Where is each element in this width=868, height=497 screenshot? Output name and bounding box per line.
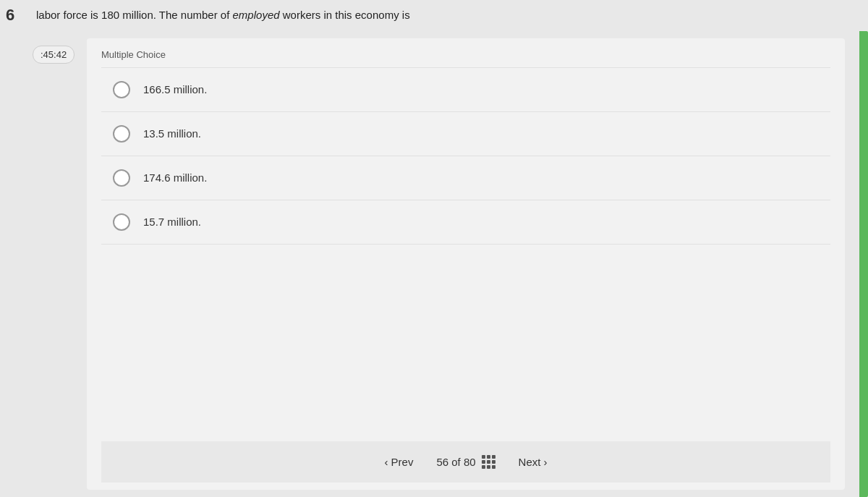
choice-a[interactable]: 166.5 million. bbox=[101, 67, 830, 112]
bottom-navigation: ‹ Prev 56 of 80 bbox=[101, 441, 830, 483]
timer-badge: :45:42 bbox=[33, 46, 75, 64]
grid-icon[interactable] bbox=[482, 455, 495, 469]
radio-c[interactable] bbox=[113, 169, 130, 187]
timer-display: :45:42 bbox=[41, 49, 67, 60]
radio-a[interactable] bbox=[113, 81, 130, 98]
choice-d[interactable]: 15.7 million. bbox=[101, 200, 830, 245]
question-type-label: Multiple Choice bbox=[101, 49, 830, 60]
choices-container: 166.5 million. 13.5 million. 174.6 milli… bbox=[101, 67, 830, 442]
page-display: 56 of 80 bbox=[436, 456, 475, 468]
question-number: 6 bbox=[0, 0, 29, 497]
radio-d[interactable] bbox=[113, 213, 130, 231]
next-button[interactable]: Next › bbox=[510, 451, 556, 472]
choice-c-text: 174.6 million. bbox=[143, 171, 207, 184]
progress-bar bbox=[859, 31, 868, 498]
choice-b-text: 13.5 million. bbox=[143, 127, 201, 140]
prev-label: Prev bbox=[391, 456, 414, 468]
page-info: 56 of 80 bbox=[436, 455, 495, 469]
content-wrapper: :45:42 Multiple Choice 166.5 million. 13… bbox=[29, 31, 868, 498]
timer-column: :45:42 bbox=[29, 31, 87, 498]
radio-b[interactable] bbox=[113, 125, 130, 143]
main-content: labor force is 180 million. The number o… bbox=[29, 0, 868, 497]
next-chevron-icon: › bbox=[543, 456, 547, 468]
choice-d-text: 15.7 million. bbox=[143, 216, 201, 228]
next-label: Next bbox=[519, 456, 541, 468]
prev-button[interactable]: ‹ Prev bbox=[376, 451, 422, 472]
choice-a-text: 166.5 million. bbox=[143, 83, 207, 95]
prev-chevron-icon: ‹ bbox=[385, 456, 388, 468]
question-text: labor force is 180 million. The number o… bbox=[29, 0, 868, 31]
choice-c[interactable]: 174.6 million. bbox=[101, 156, 830, 200]
choice-b[interactable]: 13.5 million. bbox=[101, 112, 830, 156]
question-card: Multiple Choice 166.5 million. 13.5 mill… bbox=[87, 38, 845, 490]
